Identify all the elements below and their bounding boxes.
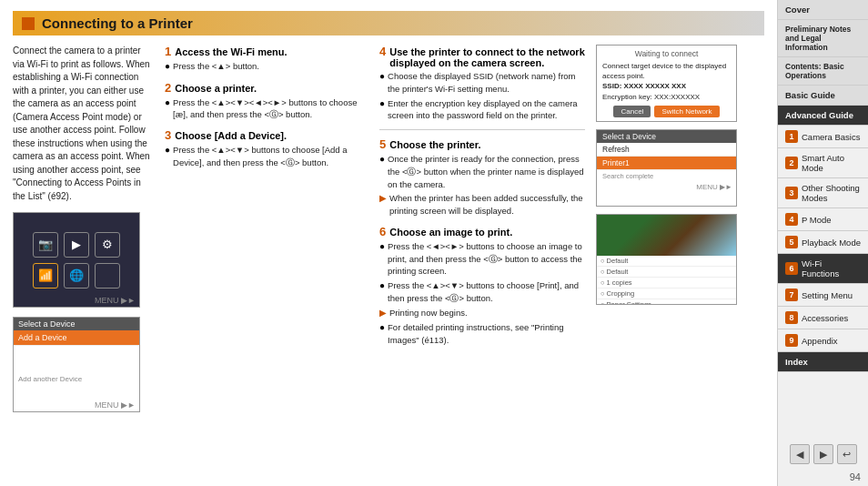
step-1-title: Access the Wi-Fi menu.	[175, 46, 287, 57]
cam-icon-blank	[95, 263, 120, 289]
toc-p-mode[interactable]: 4 P Mode	[778, 208, 868, 231]
toc-sidebar: Cover Preliminary Notes and Legal Inform…	[777, 0, 868, 486]
prev-page-button[interactable]: ◀	[790, 444, 810, 464]
step-2-bullet-1: ● Press the <▲><▼><◄><►> buttons to choo…	[165, 96, 370, 122]
step-2-number: 2	[165, 81, 171, 95]
step-2-title: Choose a printer.	[175, 83, 257, 94]
print-row-2: ○ Default	[597, 267, 736, 278]
step-5-number: 5	[379, 137, 386, 151]
step-6-heading: 6 Choose an image to print.	[379, 225, 585, 238]
page-number: 94	[778, 468, 868, 486]
camera-screen-mockup: 📷 ▶ ⚙ 📶 🌐 MENU ▶►	[13, 212, 140, 308]
step-4-bullet-2: ● Enter the encryption key displayed on …	[379, 97, 585, 123]
step-3: 3 Choose [Add a Device]. ● Press the <▲>…	[165, 128, 370, 169]
cam-icon-wifi: 📶	[33, 263, 58, 289]
cam-icon-globe: 🌐	[64, 263, 89, 289]
switch-network-button[interactable]: Switch Network	[654, 106, 719, 117]
toc-num-5: 5	[785, 236, 798, 248]
toc-num-2: 2	[785, 157, 798, 169]
next-page-button[interactable]: ▶	[813, 444, 833, 464]
print-rows: ○ Default ○ Default ○ 1 copies ○ Croppin…	[597, 256, 736, 305]
toc-num-8: 8	[785, 311, 798, 324]
toc-num-9: 9	[785, 334, 798, 347]
toc-accessories[interactable]: 8 Accessories	[778, 307, 868, 329]
steps-columns: 1 Access the Wi-Fi menu. ● Press the <▲>…	[165, 45, 585, 354]
page-title: Connecting to a Printer	[42, 15, 193, 31]
toc-camera-basics[interactable]: 1 Camera Basics	[778, 126, 868, 148]
step-6-number: 6	[379, 225, 386, 238]
sd-item-add-device: Add a Device	[14, 330, 139, 346]
step-6-bullet-4: ● For detailed printing instructions, se…	[379, 321, 585, 347]
step-4-body: ● Choose the displayed SSID (network nam…	[379, 70, 585, 122]
step-3-bullet-1: ● Press the <▲><▼> buttons to choose [Ad…	[165, 144, 370, 169]
step-1-bullet-1: ● Press the <▲> button.	[165, 60, 370, 74]
step-3-number: 3	[165, 128, 171, 142]
camera-icons-grid: 📷 ▶ ⚙ 📶 🌐	[24, 223, 129, 298]
toc-num-4: 4	[785, 213, 798, 226]
step-5: 5 Choose the printer. ● Once the printer…	[379, 137, 585, 218]
step-6-title: Choose an image to print.	[389, 227, 512, 238]
toc-playback[interactable]: 5 Playback Mode	[778, 231, 868, 254]
toc-smart-auto[interactable]: 2 Smart Auto Mode	[778, 148, 868, 178]
title-bar: Connecting to a Printer	[13, 11, 764, 35]
home-button[interactable]: ↩	[837, 444, 857, 464]
step-5-bullet-2: ▶ When the printer has been added succes…	[379, 192, 585, 218]
print-row-paper: ○ Paper Settings	[597, 299, 736, 305]
title-accent-decoration	[22, 17, 35, 30]
step-3-body: ● Press the <▲><▼> buttons to choose [Ad…	[165, 144, 370, 169]
toc-contents[interactable]: Contents: Basic Operations	[778, 57, 868, 86]
step-4-bullet-1: ● Choose the displayed SSID (network nam…	[379, 70, 585, 96]
step-5-title: Choose the printer.	[389, 139, 480, 150]
sds-item-refresh[interactable]: Refresh	[597, 143, 736, 157]
step-3-title: Choose [Add a Device].	[175, 130, 287, 141]
cancel-button[interactable]: Cancel	[613, 106, 651, 117]
waiting-body: Connect target device to the displayed a…	[602, 61, 731, 102]
sds-footer: Search complete	[597, 170, 736, 182]
step-6-bullet-1: ● Press the <◄><►> buttons to choose an …	[379, 240, 585, 278]
step-4: 4 Use the printer to connect to the netw…	[379, 45, 585, 122]
steps-left: 1 Access the Wi-Fi menu. ● Press the <▲>…	[165, 45, 370, 354]
toc-advanced-guide[interactable]: Advanced Guide	[778, 106, 868, 126]
step-1: 1 Access the Wi-Fi menu. ● Press the <▲>…	[165, 45, 370, 74]
sds-header: Select a Device	[597, 130, 736, 143]
toc-wifi[interactable]: 6 Wi-Fi Functions	[778, 254, 868, 284]
step-6-bullet-3: ▶ Printing now begins.	[379, 307, 585, 320]
select-device-screen-step3: Select a Device Add a Device Add another…	[13, 317, 140, 412]
toc-num-7: 7	[785, 289, 798, 301]
main-content: Connecting to a Printer Connect the came…	[0, 0, 777, 486]
sds-item-printer1[interactable]: Printer1	[597, 157, 736, 170]
toc-index[interactable]: Index	[778, 352, 868, 372]
toc-cover[interactable]: Cover	[778, 0, 868, 20]
toc-setting-menu[interactable]: 7 Setting Menu	[778, 284, 868, 307]
step-5-bullet-1: ● Once the printer is ready for the conn…	[379, 153, 585, 190]
toc-basic-guide[interactable]: Basic Guide	[778, 86, 868, 106]
step-4-title: Use the printer to connect to the networ…	[389, 46, 585, 68]
select-device-screen-step5: Select a Device Refresh Printer1 Search …	[596, 129, 737, 207]
steps-right: 4 Use the printer to connect to the netw…	[379, 45, 585, 354]
waiting-connect-screen: Waiting to connect Connect target device…	[596, 45, 737, 122]
waiting-buttons: Cancel Switch Network	[602, 106, 731, 117]
sds-menu: MENU ▶►	[597, 182, 736, 192]
step-6-bullet-2: ● Press the <▲><▼> buttons to choose [Pr…	[379, 279, 585, 305]
cam-icon-video: ▶	[64, 232, 89, 258]
left-column: Connect the camera to a printer via Wi-F…	[13, 45, 154, 421]
content-area: Connect the camera to a printer via Wi-F…	[13, 45, 764, 421]
menu-icon-row: MENU ▶►	[95, 296, 136, 305]
sd-header-step3: Select a Device	[14, 318, 139, 330]
sd-footer-step3: Add another Device	[14, 373, 139, 385]
step-6: 6 Choose an image to print. ● Press the …	[379, 225, 585, 347]
step-2: 2 Choose a printer. ● Press the <▲><▼><◄…	[165, 81, 370, 122]
step-4-number: 4	[379, 45, 386, 58]
step-5-heading: 5 Choose the printer.	[379, 137, 585, 151]
print-screen: ○ Default ○ Default ○ 1 copies ○ Croppin…	[596, 214, 737, 305]
cam-icon-photo: 📷	[33, 232, 58, 258]
toc-preliminary[interactable]: Preliminary Notes and Legal Information	[778, 20, 868, 57]
step-1-body: ● Press the <▲> button.	[165, 60, 370, 74]
toc-other-shooting[interactable]: 3 Other Shooting Modes	[778, 178, 868, 208]
right-column: Waiting to connect Connect target device…	[596, 45, 764, 421]
step-4-heading: 4 Use the printer to connect to the netw…	[379, 45, 585, 68]
print-image-preview	[597, 215, 736, 256]
print-row-1: ○ Default	[597, 256, 736, 267]
toc-appendix[interactable]: 9 Appendix	[778, 329, 868, 352]
nav-buttons: ◀ ▶ ↩	[778, 440, 868, 468]
